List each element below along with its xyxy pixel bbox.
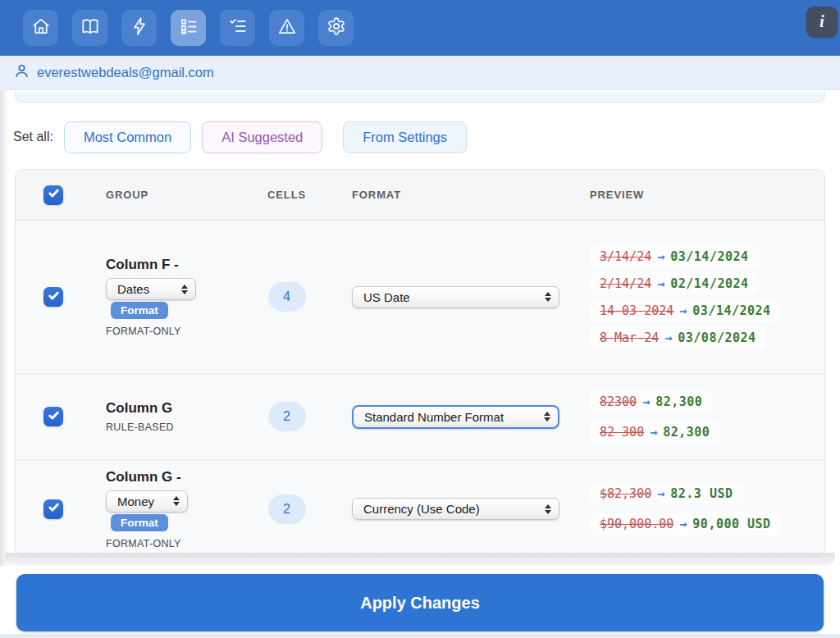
arrow-icon: → — [651, 249, 670, 264]
arrow-icon: → — [637, 394, 655, 409]
arrow-icon: → — [651, 276, 670, 291]
nav-warnings-button[interactable] — [269, 10, 304, 46]
info-button[interactable]: i — [806, 7, 838, 37]
format-list-icon — [178, 16, 199, 40]
select-arrows-icon — [536, 412, 550, 422]
preview-list: 82300→82,300 82 300→82,300 — [575, 374, 824, 459]
lightning-icon — [129, 16, 150, 40]
cell-count-badge: 4 — [268, 282, 306, 312]
arrow-icon: → — [673, 517, 692, 531]
preview-line: 2/14/24→02/14/2024 — [590, 272, 759, 295]
group-type-value: Money — [117, 494, 154, 508]
format-badge: Format — [111, 302, 168, 319]
cell-count-badge: 2 — [268, 402, 306, 431]
arrow-icon: → — [659, 330, 678, 345]
format-select-value: US Date — [363, 290, 410, 304]
account-bar: everestwebdeals@gmail.com — [0, 56, 840, 90]
preview-line: $82,300→82.3 USD — [590, 482, 743, 505]
nav-settings-button[interactable] — [318, 10, 354, 46]
arrow-icon: → — [651, 486, 670, 501]
content-bottom-edge — [5, 553, 835, 566]
nav-format-list-button[interactable] — [171, 10, 206, 46]
set-all-most-common-button[interactable]: Most Common — [64, 121, 191, 153]
select-arrows-icon — [165, 496, 180, 506]
group-title: Column G — [106, 400, 172, 417]
settings-icon — [326, 16, 347, 40]
user-icon — [14, 63, 37, 82]
footer: Apply Changes — [0, 566, 840, 638]
group-type-select[interactable]: Money — [106, 490, 188, 513]
group-subtype: RULE-BASED — [106, 422, 174, 433]
format-select-value: Currency (Use Code) — [363, 502, 480, 516]
preview-line: 8-Mar-24→03/08/2024 — [590, 326, 766, 349]
group-title: Column F - — [106, 257, 179, 273]
preview-line: 3/14/24→03/14/2024 — [590, 245, 759, 268]
home-icon — [30, 16, 52, 40]
preview-line: 14-03-2024→03/14/2024 — [590, 299, 781, 322]
checkmark-icon — [48, 501, 60, 517]
book-icon — [80, 16, 101, 40]
group-type-value: Dates — [117, 282, 149, 296]
group-subtype: FORMAT-ONLY — [106, 326, 181, 337]
checkmark-icon — [48, 289, 60, 305]
preview-line: $90,000.00→90,000 USD — [590, 513, 781, 535]
nav-guide-button[interactable] — [72, 10, 107, 46]
row-checkbox[interactable] — [43, 407, 63, 426]
format-select[interactable]: US Date — [352, 286, 559, 308]
cell-count-badge: 2 — [268, 494, 306, 524]
select-arrows-icon — [536, 292, 551, 302]
apply-changes-button[interactable]: Apply Changes — [16, 574, 824, 631]
bottom-strip — [0, 634, 840, 638]
format-select[interactable]: Currency (Use Code) — [352, 498, 559, 520]
account-email: everestwebdeals@gmail.com — [37, 65, 214, 80]
header-group: GROUP — [91, 189, 253, 201]
format-groups-table: GROUP CELLS FORMAT PREVIEW Column F - Da… — [15, 169, 825, 557]
main-content: Set all: Most Common AI Suggested From S… — [0, 90, 840, 566]
select-all-checkbox[interactable] — [43, 185, 63, 205]
preview-list: 3/14/24→03/14/2024 2/14/24→02/14/2024 14… — [575, 221, 824, 373]
collapsed-panel-edge — [15, 92, 825, 103]
header-format: FORMAT — [321, 189, 575, 201]
select-arrows-icon — [536, 504, 551, 514]
nav-checklist-button[interactable] — [220, 10, 255, 46]
preview-list: $82,300→82.3 USD $90,000.00→90,000 USD — [575, 460, 824, 557]
row-checkbox[interactable] — [43, 499, 63, 519]
row-checkbox[interactable] — [43, 287, 63, 307]
format-badge: Format — [111, 514, 168, 531]
group-subtype: FORMAT-ONLY — [106, 538, 181, 549]
header-preview: PREVIEW — [575, 189, 824, 201]
format-select[interactable]: Standard Number Format — [352, 405, 559, 429]
group-type-select[interactable]: Dates — [106, 278, 196, 300]
select-arrows-icon — [173, 285, 188, 294]
checkmark-icon — [48, 187, 60, 203]
set-all-ai-suggested-button[interactable]: AI Suggested — [202, 121, 322, 153]
set-all-row: Set all: Most Common AI Suggested From S… — [13, 121, 477, 153]
arrow-icon: → — [673, 303, 692, 318]
table-row: Column G - Money Format FORMAT-ONLY 2 Cu… — [16, 460, 824, 557]
set-all-from-settings-button[interactable]: From Settings — [343, 121, 467, 153]
table-row: Column G RULE-BASED 2 Standard Number Fo… — [16, 374, 824, 460]
nav-icon-group — [23, 10, 354, 46]
table-header-row: GROUP CELLS FORMAT PREVIEW — [16, 170, 824, 221]
set-all-label: Set all: — [13, 130, 53, 144]
checklist-icon — [227, 16, 249, 40]
nav-home-button[interactable] — [23, 10, 58, 46]
group-title: Column G - — [106, 469, 181, 485]
arrow-icon: → — [644, 425, 663, 440]
header-cells: CELLS — [253, 189, 321, 201]
format-select-value: Standard Number Format — [364, 410, 504, 424]
top-navigation-bar: i — [0, 0, 840, 56]
warning-icon — [276, 16, 298, 40]
nav-quick-actions-button[interactable] — [121, 10, 157, 46]
table-row: Column F - Dates Format FORMAT-ONLY 4 US… — [16, 221, 824, 374]
preview-line: 82300→82,300 — [590, 390, 712, 413]
info-icon: i — [819, 11, 824, 32]
checkmark-icon — [48, 409, 60, 425]
preview-line: 82 300→82,300 — [590, 421, 719, 444]
